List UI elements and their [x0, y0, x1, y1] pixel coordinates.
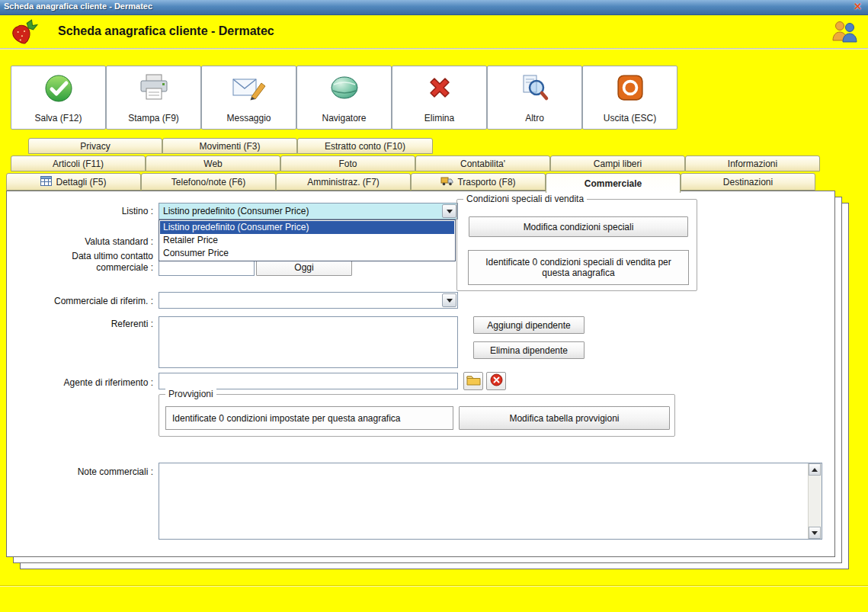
tab-label: Estratto conto (F10)	[325, 141, 405, 152]
strawberry-logo-icon	[8, 18, 40, 49]
tab-amministraz[interactable]: Amministraz. (F7)	[276, 173, 411, 191]
window-title: Scheda anagrafica cliente - Dermatec	[4, 2, 152, 11]
listino-option[interactable]: Listino predefinito (Consumer Price)	[160, 221, 454, 234]
tab-articoli[interactable]: Articoli (F11)	[11, 155, 146, 171]
save-check-icon	[43, 73, 74, 107]
toolbar-button-label: Elimina	[424, 113, 454, 123]
note-commerciali-label: Note commerciali :	[11, 466, 153, 478]
tab-label: Foto	[338, 159, 357, 169]
elimina-button[interactable]: Elimina	[392, 66, 487, 130]
provvigioni-groupbox: Provvigioni Identificate 0 condizioni im…	[159, 394, 675, 437]
altro-button[interactable]: Altro	[487, 66, 582, 130]
condizioni-info-box: Identificate 0 condizioni speciali di ve…	[468, 250, 689, 285]
toolbar-button-label: Messaggio	[226, 113, 271, 123]
chevron-down-icon[interactable]	[442, 204, 456, 218]
tab-movimenti[interactable]: Movimenti (F3)	[162, 138, 297, 154]
truck-icon	[440, 176, 453, 188]
toolbar-button-label: Navigatore	[322, 113, 366, 123]
tab-label: Informazioni	[728, 159, 777, 169]
tab-label: Contabilita'	[460, 159, 505, 169]
folder-icon	[466, 374, 481, 389]
magnifier-icon	[520, 73, 549, 105]
listino-label: Listino :	[11, 206, 153, 217]
data-contatto-label: Data ultimo contatto commerciale :	[11, 251, 153, 274]
tab-label: Dettagli (F5)	[56, 177, 106, 187]
bottom-divider-highlight	[0, 586, 868, 587]
note-commerciali-textarea[interactable]	[159, 463, 822, 540]
red-x-circle-icon	[490, 373, 503, 389]
tab-dettagli[interactable]: Dettagli (F5)	[6, 173, 141, 191]
valuta-standard-label: Valuta standard :	[11, 236, 153, 248]
commerciale-riferimento-combobox[interactable]	[159, 292, 458, 309]
agente-label: Agente di riferimento :	[11, 377, 153, 389]
tab-destinazioni[interactable]: Destinazioni	[681, 173, 815, 191]
tab-contabilita[interactable]: Contabilita'	[415, 155, 550, 171]
listino-option[interactable]: Retailer Price	[160, 234, 454, 247]
tab-label: Movimenti (F3)	[199, 141, 260, 152]
agente-input[interactable]	[159, 373, 458, 389]
page-title: Scheda anagrafica cliente - Dermatec	[58, 24, 274, 38]
listino-value: Listino predefinito (Consumer Price)	[163, 203, 309, 219]
toolbar-button-label: Stampa (F9)	[128, 113, 179, 123]
listino-option[interactable]: Consumer Price	[160, 247, 454, 260]
tab-label: Commerciale	[585, 178, 642, 189]
delete-x-icon	[425, 73, 454, 105]
modifica-provvigioni-button[interactable]: Modifica tabella provvigioni	[459, 406, 670, 430]
tab-telefono-note[interactable]: Telefono/note (F6)	[141, 173, 276, 191]
toolbar-button-label: Altro	[525, 113, 544, 123]
app-window: Scheda anagrafica cliente - Dermatec ✕ S…	[0, 0, 868, 612]
tab-campi-liberi[interactable]: Campi liberi	[550, 155, 685, 171]
salva-button[interactable]: Salva (F12)	[11, 66, 106, 130]
tab-label: Destinazioni	[723, 177, 773, 187]
listino-dropdown-list: Listino predefinito (Consumer Price) Ret…	[159, 219, 456, 261]
tab-label: Amministraz. (F7)	[307, 177, 380, 187]
tab-privacy[interactable]: Privacy	[28, 138, 162, 154]
oggi-button[interactable]: Oggi	[256, 259, 352, 276]
scroll-up-icon[interactable]	[809, 463, 821, 476]
header: Scheda anagrafica cliente - Dermatec	[0, 15, 868, 48]
data-contatto-label-line2: commerciale :	[11, 262, 153, 274]
close-icon[interactable]: ✕	[854, 1, 862, 12]
referenti-listbox[interactable]	[159, 316, 458, 368]
commerciale-riferimento-label: Commerciale di riferim. :	[11, 296, 153, 307]
tab-label: Telefono/note (F6)	[171, 177, 245, 187]
data-contatto-label-line1: Data ultimo contatto	[11, 251, 153, 262]
tab-commerciale-active[interactable]: Commerciale	[546, 173, 681, 193]
tab-informazioni[interactable]: Informazioni	[685, 155, 820, 171]
printer-icon	[137, 73, 171, 105]
provvigioni-info-box: Identificate 0 condizioni impostate per …	[165, 406, 453, 430]
tab-web[interactable]: Web	[146, 155, 280, 171]
elimina-dipendente-button[interactable]: Elimina dipendente	[473, 341, 585, 359]
tab-label: Privacy	[80, 141, 110, 152]
modifica-condizioni-button[interactable]: Modifica condizioni speciali	[469, 216, 688, 237]
provvigioni-group-title: Provvigioni	[165, 389, 216, 399]
condizioni-group-title: Condizioni speciali di vendita	[463, 194, 587, 204]
aggiungi-dipendente-button[interactable]: Aggiungi dipendente	[473, 316, 585, 334]
uscita-button[interactable]: Uscita (ESC)	[582, 66, 677, 130]
notes-vertical-scrollbar[interactable]	[808, 463, 822, 539]
power-icon	[616, 73, 645, 105]
condizioni-groupbox: Condizioni speciali di vendita Modifica …	[456, 199, 697, 291]
users-icon[interactable]	[830, 19, 859, 46]
tab-label: Trasporto (F8)	[457, 177, 515, 187]
agente-folder-button[interactable]	[463, 372, 483, 390]
referenti-label: Referenti :	[11, 319, 153, 330]
chevron-down-icon[interactable]	[442, 293, 456, 307]
tab-foto[interactable]: Foto	[280, 155, 415, 171]
commerciale-panel: Listino : Listino predefinito (Consumer …	[6, 191, 835, 557]
stampa-button[interactable]: Stampa (F9)	[106, 66, 201, 130]
scroll-down-icon[interactable]	[809, 527, 821, 539]
agente-clear-button[interactable]	[486, 372, 506, 390]
toolbar-button-label: Salva (F12)	[34, 113, 82, 123]
tab-label: Campi liberi	[594, 159, 642, 169]
messaggio-button[interactable]: Messaggio	[201, 66, 296, 130]
tab-label: Web	[203, 159, 222, 169]
tab-trasporto[interactable]: Trasporto (F8)	[411, 173, 546, 191]
navigatore-button[interactable]: Navigatore	[296, 66, 392, 130]
data-contatto-input[interactable]	[159, 259, 255, 276]
toolbar: Salva (F12) Stampa (F9)	[11, 66, 677, 130]
listino-combobox[interactable]: Listino predefinito (Consumer Price)	[159, 203, 458, 219]
tab-label: Articoli (F11)	[53, 159, 104, 169]
titlebar[interactable]: Scheda anagrafica cliente - Dermatec ✕	[0, 0, 868, 15]
tab-estratto-conto[interactable]: Estratto conto (F10)	[297, 138, 433, 154]
